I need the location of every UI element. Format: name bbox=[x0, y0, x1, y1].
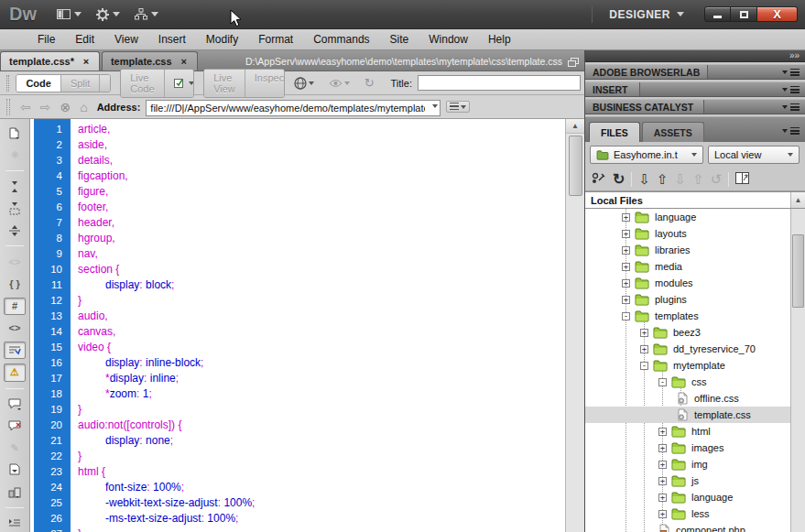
live-view-button[interactable]: Live View bbox=[204, 70, 245, 97]
tree-item-component-php[interactable]: component.php bbox=[585, 522, 790, 532]
home-icon[interactable]: ⌂ bbox=[78, 100, 89, 114]
panel-business-catalyst[interactable]: BUSINESS CATALYST bbox=[585, 99, 805, 114]
collapse-icon[interactable]: - bbox=[658, 378, 667, 386]
menu-window[interactable]: Window bbox=[419, 30, 478, 49]
tab-template-css-modified[interactable]: template.css* × bbox=[0, 51, 100, 71]
code-scrollbar[interactable]: ▲ bbox=[565, 119, 584, 532]
move-or-convert-css-button[interactable] bbox=[4, 483, 26, 501]
collapse-icon[interactable]: - bbox=[622, 312, 630, 320]
close-button[interactable]: X bbox=[757, 6, 798, 22]
panel-menu-button[interactable] bbox=[782, 86, 805, 93]
tree-item-media[interactable]: + media bbox=[585, 258, 790, 275]
tree-item-dd-tyreservice-70[interactable]: + dd_tyreservice_70 bbox=[585, 341, 790, 357]
code-line[interactable]: 4figcaption, bbox=[30, 168, 565, 184]
tree-scrollbar[interactable] bbox=[790, 209, 805, 532]
panel-menu-button[interactable] bbox=[782, 127, 805, 135]
balance-braces-button[interactable]: { } bbox=[4, 275, 26, 292]
tree-item-less[interactable]: + less bbox=[585, 505, 790, 522]
expand-icon[interactable]: + bbox=[622, 213, 630, 222]
expand-all-button[interactable] bbox=[4, 222, 26, 239]
code-line[interactable]: 25 -webkit-text-size-adjust: 100%; bbox=[30, 495, 565, 511]
address-input[interactable] bbox=[146, 100, 441, 116]
address-dropdown-icon[interactable] bbox=[432, 104, 438, 108]
tree-item-offline-css[interactable]: offline.css bbox=[585, 390, 790, 407]
code-line[interactable]: 24 font-size: 100%; bbox=[30, 480, 565, 495]
code-line[interactable]: 2aside, bbox=[30, 137, 565, 153]
inspect-button[interactable]: Inspect bbox=[245, 70, 285, 97]
check-in-file-icon[interactable]: ⇧ bbox=[692, 172, 704, 186]
code-line[interactable]: 16 display: inline-block; bbox=[30, 355, 565, 371]
menu-insert[interactable]: Insert bbox=[148, 30, 196, 49]
apply-comment-button[interactable] bbox=[4, 396, 26, 413]
code-line[interactable]: 23html { bbox=[30, 464, 565, 480]
syntax-error-alerts-button[interactable]: ⚠ bbox=[4, 364, 26, 381]
close-tab-icon[interactable]: × bbox=[82, 56, 91, 67]
code-line[interactable]: 9nav, bbox=[30, 246, 565, 262]
tree-item-templates[interactable]: - templates bbox=[585, 308, 790, 324]
tree-item-img[interactable]: + img bbox=[585, 456, 790, 472]
code-line[interactable]: 22} bbox=[30, 449, 565, 464]
collapse-full-tag-button[interactable] bbox=[4, 178, 26, 195]
expand-icon[interactable]: + bbox=[622, 296, 630, 304]
recent-snippets-button[interactable] bbox=[4, 461, 26, 479]
code-line[interactable]: 21 display: none; bbox=[30, 433, 565, 449]
indent-code-button[interactable] bbox=[4, 515, 26, 532]
tree-item-plugins[interactable]: + plugins bbox=[585, 291, 790, 308]
code-line[interactable]: 18 *zoom: 1; bbox=[30, 386, 565, 402]
maximize-button[interactable] bbox=[731, 6, 757, 22]
document-title-input[interactable] bbox=[418, 75, 581, 91]
restore-window-icon[interactable] bbox=[568, 58, 579, 68]
show-web-widgets-button[interactable]: ✳ bbox=[4, 147, 26, 164]
panel-menu-button[interactable] bbox=[782, 69, 805, 76]
visual-aids-button[interactable] bbox=[323, 77, 355, 90]
refresh-design-view-button[interactable]: ↻ bbox=[359, 75, 380, 91]
code-line[interactable]: 19} bbox=[30, 402, 565, 418]
tab-template-css[interactable]: template.css × bbox=[102, 51, 198, 71]
word-wrap-button[interactable] bbox=[4, 342, 26, 359]
code-line[interactable]: 5figure, bbox=[30, 184, 565, 200]
preview-in-browser-button[interactable] bbox=[288, 75, 320, 92]
toolbar-grip[interactable] bbox=[6, 75, 9, 92]
synchronize-icon[interactable]: ↺ bbox=[711, 172, 723, 186]
tree-item-modules[interactable]: + modules bbox=[585, 275, 790, 291]
highlight-invalid-code-button[interactable]: <> bbox=[4, 320, 26, 337]
workspace-switcher[interactable]: DESIGNER bbox=[602, 5, 691, 25]
extend-dreamweaver-button[interactable] bbox=[89, 5, 127, 24]
expand-icon[interactable]: + bbox=[658, 444, 667, 452]
code-line[interactable]: 8hgroup, bbox=[30, 231, 565, 246]
expand-icon[interactable]: + bbox=[640, 345, 648, 353]
panel-adobe-browserlab[interactable]: ADOBE BROWSERLAB bbox=[585, 64, 805, 80]
expand-icon[interactable]: + bbox=[640, 329, 648, 337]
tree-item-layouts[interactable]: + layouts bbox=[585, 225, 790, 242]
code-line[interactable]: 12} bbox=[30, 293, 565, 309]
tree-item-js[interactable]: + js bbox=[585, 472, 790, 489]
connect-to-remote-icon[interactable] bbox=[592, 172, 606, 187]
code-line[interactable]: 15video { bbox=[30, 340, 565, 355]
code-line[interactable]: 6footer, bbox=[30, 200, 565, 215]
close-tab-icon[interactable]: × bbox=[179, 56, 189, 67]
tree-item-libraries[interactable]: + libraries bbox=[585, 242, 790, 258]
site-dropdown[interactable]: Easyhome.in.t bbox=[590, 146, 703, 164]
menu-help[interactable]: Help bbox=[478, 30, 521, 49]
layout-switcher-button[interactable] bbox=[49, 6, 89, 22]
tree-item-mytemplate[interactable]: - mytemplate bbox=[585, 357, 790, 374]
wrap-tag-button[interactable]: ✎ bbox=[4, 440, 26, 457]
expand-icon[interactable]: + bbox=[622, 279, 630, 288]
site-menu-button[interactable] bbox=[127, 5, 166, 23]
line-numbers-button[interactable]: # bbox=[4, 298, 26, 315]
browser-list-button[interactable] bbox=[446, 101, 470, 113]
tree-item-beez3[interactable]: + beez3 bbox=[585, 324, 790, 341]
dock-collapse-bar[interactable]: »» bbox=[585, 50, 805, 62]
code-line[interactable]: 14canvas, bbox=[30, 324, 565, 340]
code-line[interactable]: 27} bbox=[30, 527, 565, 532]
expand-icon[interactable]: + bbox=[658, 510, 667, 518]
code-line[interactable]: 17 *display: inline; bbox=[30, 371, 565, 386]
view-mode-dropdown[interactable]: Local view bbox=[708, 146, 800, 164]
expand-icon[interactable]: + bbox=[658, 428, 667, 436]
code-line[interactable]: 26 -ms-text-size-adjust: 100%; bbox=[30, 511, 565, 527]
panel-menu-button[interactable] bbox=[782, 103, 805, 111]
code-view-button[interactable]: Code bbox=[16, 75, 61, 92]
scroll-up-arrow[interactable]: ▲ bbox=[566, 119, 584, 134]
tree-item-language[interactable]: + language bbox=[585, 489, 790, 505]
stop-icon[interactable]: ⊗ bbox=[58, 100, 72, 114]
